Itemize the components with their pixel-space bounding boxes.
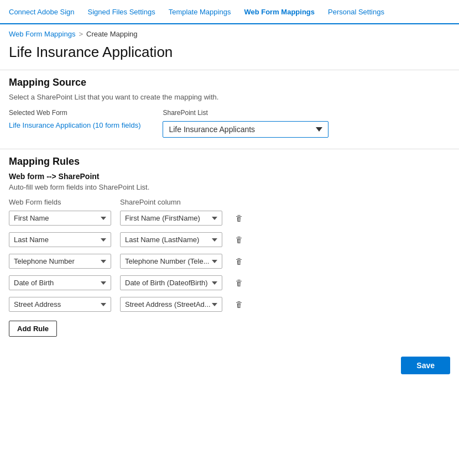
breadcrumb-parent[interactable]: Web Form Mappings — [9, 30, 75, 38]
rule-row: First Name Last Name Telephone Number Da… — [9, 232, 450, 247]
sp-column-select-1[interactable]: First Name (FirstName) Last Name (LastNa… — [120, 211, 222, 226]
rule-row: First Name Last Name Telephone Number Da… — [9, 275, 450, 290]
rule-row: First Name Last Name Telephone Number Da… — [9, 297, 450, 312]
breadcrumb-separator: > — [79, 30, 83, 38]
delete-rule-4[interactable] — [231, 276, 247, 290]
save-area: Save — [0, 348, 459, 385]
web-form-field-select-4[interactable]: First Name Last Name Telephone Number Da… — [9, 275, 111, 290]
rule-row: First Name Last Name Telephone Number Da… — [9, 211, 450, 226]
save-button[interactable]: Save — [401, 357, 450, 374]
add-rule-button[interactable]: Add Rule — [9, 321, 57, 337]
delete-rule-5[interactable] — [231, 298, 247, 311]
delete-rule-1[interactable] — [231, 212, 247, 225]
sp-column-select-2[interactable]: First Name (FirstName) Last Name (LastNa… — [120, 232, 222, 247]
top-navigation: Connect Adobe Sign Signed Files Settings… — [0, 0, 459, 24]
nav-signed-files-settings[interactable]: Signed Files Settings — [88, 1, 155, 23]
web-form-field-select-5[interactable]: First Name Last Name Telephone Number Da… — [9, 297, 111, 312]
rule-direction-label: Web form --> SharePoint — [9, 172, 450, 181]
web-form-field-select-1[interactable]: First Name Last Name Telephone Number Da… — [9, 211, 111, 226]
sp-column-select-3[interactable]: First Name (FirstName) Last Name (LastNa… — [120, 254, 222, 269]
sp-list-col: SharePoint List Life Insurance Applicant… — [163, 109, 328, 138]
mapping-rules-title: Mapping Rules — [9, 156, 450, 168]
sp-column-select-4[interactable]: First Name (FirstName) Last Name (LastNa… — [120, 275, 222, 290]
mapping-source-desc: Select a SharePoint List that you want t… — [9, 93, 450, 101]
delete-rule-3[interactable] — [231, 255, 247, 268]
nav-personal-settings[interactable]: Personal Settings — [328, 1, 384, 23]
nav-web-form-mappings[interactable]: Web Form Mappings — [244, 1, 315, 23]
sp-col-header: SharePoint column — [120, 198, 222, 206]
web-form-field-select-3[interactable]: First Name Last Name Telephone Number Da… — [9, 254, 111, 269]
sp-column-select-5[interactable]: First Name (FirstName) Last Name (LastNa… — [120, 297, 222, 312]
mapping-source-grid: Selected Web Form Life Insurance Applica… — [9, 109, 450, 138]
web-form-link[interactable]: Life Insurance Application (10 form fiel… — [9, 121, 140, 129]
sp-list-select[interactable]: Life Insurance Applicants Insurance Clie… — [163, 121, 328, 138]
web-form-col: Selected Web Form Life Insurance Applica… — [9, 109, 140, 129]
nav-connect-adobe-sign[interactable]: Connect Adobe Sign — [9, 1, 75, 23]
delete-rule-2[interactable] — [231, 233, 247, 247]
page-title: Life Insurance Application — [0, 41, 459, 70]
nav-template-mappings[interactable]: Template Mappings — [169, 1, 231, 23]
web-form-col-header: Web Form fields — [9, 198, 111, 206]
mapping-source-section: Mapping Source Select a SharePoint List … — [0, 70, 459, 149]
rule-row: First Name Last Name Telephone Number Da… — [9, 254, 450, 269]
rule-direction-desc: Auto-fill web form fields into SharePoin… — [9, 183, 450, 191]
mapping-rules-section: Mapping Rules Web form --> SharePoint Au… — [0, 149, 459, 348]
web-form-label: Selected Web Form — [9, 109, 140, 117]
breadcrumb-current: Create Mapping — [86, 30, 138, 38]
breadcrumb: Web Form Mappings > Create Mapping — [0, 24, 459, 41]
mapping-source-title: Mapping Source — [9, 77, 450, 88]
sp-list-label: SharePoint List — [163, 109, 328, 117]
rules-column-headers: Web Form fields SharePoint column — [9, 198, 450, 206]
web-form-field-select-2[interactable]: First Name Last Name Telephone Number Da… — [9, 232, 111, 247]
